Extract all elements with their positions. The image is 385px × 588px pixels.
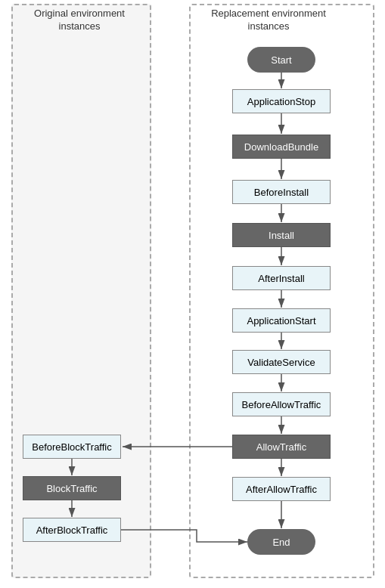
node-start: Start [247, 47, 315, 73]
node-afterinstall: AfterInstall [232, 266, 331, 290]
node-applicationstop: ApplicationStop [232, 89, 331, 113]
node-afterblocktraffic: AfterBlockTraffic [23, 518, 121, 542]
node-install: Install [232, 223, 331, 247]
node-beforeblocktraffic: BeforeBlockTraffic [23, 435, 121, 459]
node-validateservice: ValidateService [232, 350, 331, 374]
node-afterallowtraffic: AfterAllowTraffic [232, 477, 331, 501]
right-column-label: Replacement environmentinstances [193, 8, 344, 33]
node-allowtraffic: AllowTraffic [232, 435, 331, 459]
node-applicationstart: ApplicationStart [232, 308, 331, 333]
node-beforeallowtraffic: BeforeAllowTraffic [232, 392, 331, 416]
diagram-container: Original environmentinstances Replacemen… [0, 0, 385, 588]
node-blocktraffic: BlockTraffic [23, 476, 121, 500]
node-downloadbundle: DownloadBundle [232, 135, 331, 159]
left-column-label: Original environmentinstances [15, 8, 144, 33]
node-beforeinstall: BeforeInstall [232, 180, 331, 204]
node-end: End [247, 529, 315, 555]
